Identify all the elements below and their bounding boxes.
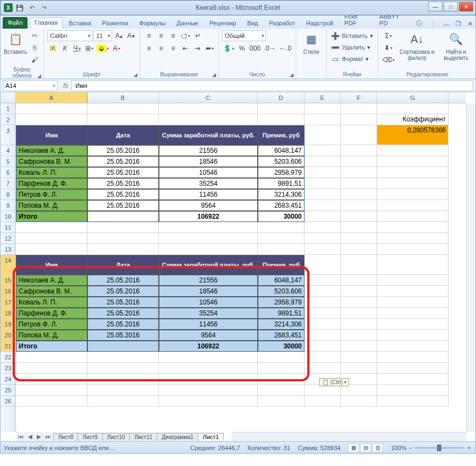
cell[interactable]: Николаев А. Д. [16,145,87,156]
save-button[interactable]: 💾 [15,3,25,13]
sheet-tab-Диаграмма1[interactable]: Диаграмма1 [157,433,198,441]
cell[interactable] [87,244,159,255]
cell[interactable]: 35254 [159,308,258,319]
cell[interactable] [258,233,305,244]
cell[interactable]: 9891,51 [258,308,305,319]
name-box[interactable]: A14 [3,80,58,91]
sheet-tab-Лист9[interactable]: Лист9 [78,433,102,441]
row-header-1[interactable]: 1 [1,103,15,114]
sheet-nav-prev[interactable]: ◀ [26,434,35,440]
cell[interactable] [258,222,305,233]
delete-cells-button[interactable]: ➖Удалить ▾ [330,42,372,53]
align-top-button[interactable]: ≡ [143,30,154,41]
vertical-scrollbar[interactable] [466,103,475,432]
cell[interactable] [341,200,377,211]
shrink-font-button[interactable]: A▾ [125,30,136,41]
cell[interactable]: Попова М. Д. [16,200,87,211]
cell[interactable] [377,103,449,114]
cell[interactable] [87,396,159,407]
cell[interactable]: Дата [87,255,159,275]
cell[interactable] [341,178,377,189]
cell[interactable]: 25.05.2016 [87,286,159,297]
cell[interactable] [341,330,377,341]
cell[interactable]: 25.05.2016 [87,308,159,319]
undo-button[interactable]: ↶ [27,3,37,13]
align-left-button[interactable]: ≡ [143,43,154,54]
row-header-26[interactable]: 26 [1,396,15,407]
cell[interactable] [305,396,341,407]
cell[interactable] [377,244,449,255]
column-header-A[interactable]: A [16,92,87,103]
cell[interactable] [305,189,341,200]
cell[interactable] [305,319,341,330]
cell[interactable] [305,222,341,233]
cell[interactable] [377,156,449,167]
column-header-G[interactable]: G [377,92,449,103]
cell[interactable]: 25.05.2016 [87,189,159,200]
cell[interactable]: Петров Ф. Л. [16,189,87,200]
cell[interactable] [159,396,258,407]
font-size-combo[interactable]: 11 [93,30,112,41]
cell[interactable] [377,319,449,330]
cell[interactable] [377,211,449,222]
align-middle-button[interactable]: ≡ [156,30,167,41]
cell[interactable] [87,222,159,233]
dialog-launcher-icon[interactable]: ◢ [212,72,216,77]
decrease-decimal-button[interactable]: ←.0 [278,43,292,54]
cell[interactable] [87,363,159,374]
cell[interactable]: 25.05.2016 [87,297,159,308]
cell[interactable]: 2958,979 [258,167,305,178]
cell[interactable] [377,363,449,374]
cell[interactable] [159,114,258,125]
cell[interactable]: Парфенов Д. Ф. [16,178,87,189]
styles-button[interactable]: ▦Стили [300,30,323,55]
grow-font-button[interactable]: A▴ [113,30,124,41]
cell[interactable] [87,352,159,363]
cell[interactable]: 10546 [159,167,258,178]
cell[interactable]: 2683,451 [258,330,305,341]
increase-indent-button[interactable]: ⇥ [192,43,203,54]
zoom-in-button[interactable]: ＋ [466,443,472,452]
cell[interactable] [341,255,377,275]
cell[interactable]: 106922 [159,341,258,352]
cut-button[interactable]: ✂ [29,30,40,41]
minimize-button[interactable]: — [428,2,442,12]
format-painter-button[interactable]: 🖌 [29,54,40,65]
dialog-launcher-icon[interactable]: ◢ [290,72,294,77]
cell[interactable] [341,125,377,145]
close-button[interactable]: ✕ [459,2,473,12]
cell[interactable]: 2683,451 [258,200,305,211]
help-icon[interactable]: ❔ [426,19,439,29]
row-header-19[interactable]: 19 [1,319,15,330]
row-header-3[interactable]: 3 [1,125,15,145]
underline-button[interactable]: Ч▾ [71,43,82,54]
sheet-tab-Лист11[interactable]: Лист11 [129,433,157,441]
cell[interactable] [258,363,305,374]
cell[interactable] [377,145,449,156]
column-header-E[interactable]: E [305,92,341,103]
horizontal-scrollbar[interactable] [231,432,466,441]
row-header-13[interactable]: 13 [1,244,15,255]
row-header-11[interactable]: 11 [1,222,15,233]
cell[interactable] [258,103,305,114]
cell[interactable] [305,385,341,396]
bold-button[interactable]: Ж [47,43,58,54]
merge-button[interactable]: ⬌▾ [204,43,215,54]
tab-formulas[interactable]: Формулы [134,18,170,29]
cell[interactable]: 18546 [159,156,258,167]
wrap-text-button[interactable]: ↵ [192,30,203,41]
cell[interactable] [341,233,377,244]
cell[interactable]: 30000 [258,341,305,352]
cell[interactable]: 11456 [159,189,258,200]
dialog-launcher-icon[interactable]: ◢ [37,73,41,79]
formula-input[interactable]: Имя [71,80,473,91]
borders-button[interactable]: ⊞▾ [84,43,95,54]
cell[interactable] [377,374,449,385]
cell[interactable] [87,374,159,385]
cell[interactable] [341,114,377,125]
cell[interactable] [377,255,449,275]
cell[interactable]: 3214,306 [258,189,305,200]
cell[interactable] [341,297,377,308]
cell[interactable]: 3214,306 [258,319,305,330]
row-header-8[interactable]: 8 [1,189,15,200]
